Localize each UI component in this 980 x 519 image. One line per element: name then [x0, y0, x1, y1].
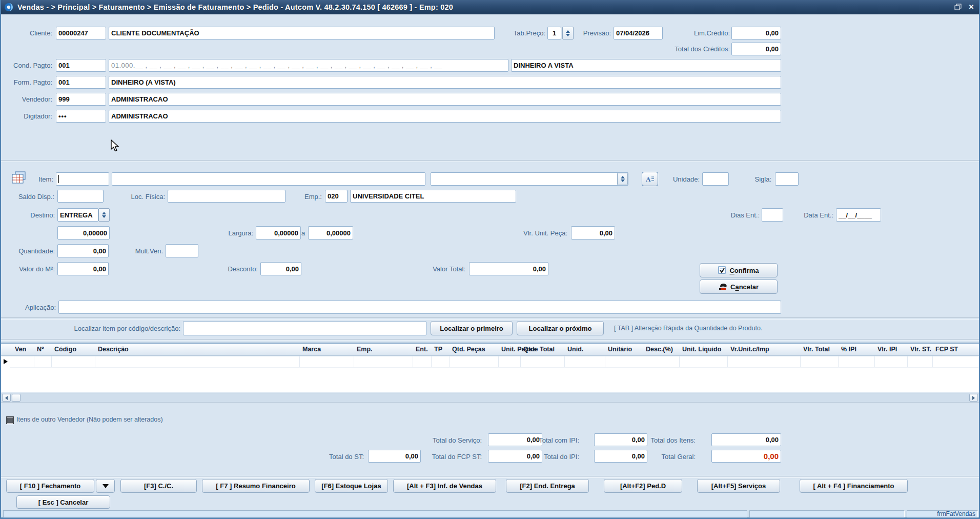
destino-combo[interactable]: ENTREGA: [57, 208, 98, 222]
column-header-2[interactable]: Nº: [37, 346, 44, 353]
column-header-7[interactable]: Ent.: [416, 346, 428, 353]
valor-m2-field[interactable]: 0,00: [57, 262, 109, 275]
localizar-primeiro-button[interactable]: Localizar o primeiro: [431, 321, 513, 335]
column-header-15[interactable]: Unit. Líquido: [682, 346, 721, 353]
total-creditos-label: Total dos Créditos:: [657, 45, 730, 53]
total-itens-field[interactable]: 0,00: [711, 433, 781, 446]
esc-cancelar-button[interactable]: [ Esc ] Cancelar: [16, 495, 110, 509]
quantidade-field[interactable]: 0,00: [57, 244, 109, 257]
column-header-11[interactable]: Qtde Total: [523, 346, 555, 353]
emp-name-field[interactable]: UNIVERSIDADE CITEL: [350, 190, 516, 203]
grid-column-line: [95, 356, 95, 367]
mult-ven-field[interactable]: [166, 244, 198, 257]
footer-button-4[interactable]: [F6] Estoque Lojas: [315, 479, 388, 493]
column-header-4[interactable]: Descrição: [98, 346, 129, 353]
data-ent-field[interactable]: __/__/____: [836, 208, 881, 222]
footer-button-3[interactable]: [ F7 ] Resumo Financeiro: [202, 479, 310, 493]
tab-preco-spinner[interactable]: [562, 27, 574, 39]
digitador-desc-field[interactable]: ADMINISTRACAO: [109, 110, 781, 123]
item-search-combo-spinner[interactable]: [617, 173, 628, 185]
cliente-name-field[interactable]: CLIENTE DOCUMENTAÇÃO: [109, 27, 495, 39]
loc-fisica-field[interactable]: [168, 190, 285, 203]
column-header-12[interactable]: Unid.: [567, 346, 583, 353]
items-grid-body[interactable]: [1, 356, 979, 392]
digitador-code-field[interactable]: •••: [56, 110, 106, 123]
cond-pagto-code-field[interactable]: 001: [56, 59, 106, 72]
footer-button-1[interactable]: [ F10 ] Fechamento: [6, 479, 94, 493]
grid-column-line: [413, 356, 413, 367]
item-text-info-button[interactable]: A: [642, 172, 658, 186]
largura-ate-field[interactable]: 0,00000: [308, 226, 353, 239]
grid-column-line: [800, 356, 801, 367]
footer-button-2[interactable]: [F3] C./C.: [120, 479, 197, 493]
scroll-thumb[interactable]: [12, 394, 21, 402]
total-ipi-field[interactable]: 0,00: [594, 450, 647, 463]
column-header-16[interactable]: Vr.Unit.c/Imp: [730, 346, 769, 353]
comprimento-field[interactable]: 0,00000: [57, 226, 110, 239]
largura-de-field[interactable]: 0,00000: [256, 226, 301, 239]
quantidade-label: Quantidade:: [6, 247, 55, 255]
cond-pagto-parcelas-field[interactable]: 01.000.__ , __ , __ , __ , __ , __ , __ …: [109, 59, 508, 72]
destino-combo-spinner[interactable]: [98, 208, 110, 222]
unidade-label: Unidade:: [665, 175, 700, 184]
item-search-combo[interactable]: [431, 172, 628, 186]
column-header-14[interactable]: Desc.(%): [646, 346, 673, 353]
scroll-right-button[interactable]: [969, 394, 978, 402]
item-code-field[interactable]: [56, 172, 109, 186]
form-pagto-desc-field[interactable]: DINHEIRO (A VISTA): [109, 76, 781, 89]
footer-button-5[interactable]: [Alt + F3] Inf. de Vendas: [393, 479, 496, 493]
saldo-disp-field[interactable]: [57, 190, 104, 203]
grid-horizontal-scrollbar[interactable]: [1, 393, 979, 403]
total-creditos-field[interactable]: 0,00: [731, 43, 781, 55]
emp-code-field[interactable]: 020: [325, 190, 348, 203]
restore-icon[interactable]: [953, 3, 963, 11]
column-header-8[interactable]: TP: [434, 346, 442, 353]
column-header-9[interactable]: Qtd. Peças: [452, 346, 485, 353]
cond-pagto-desc-field[interactable]: DINHEIRO A VISTA: [511, 59, 781, 72]
valor-m2-label: Valor do M²:: [6, 265, 55, 273]
aplicacao-field[interactable]: [58, 301, 781, 314]
localizar-proximo-button[interactable]: Localizar o próximo: [517, 321, 604, 335]
column-header-1[interactable]: Ven: [15, 346, 26, 353]
form-pagto-code-field[interactable]: 001: [56, 76, 106, 89]
column-header-18[interactable]: % IPI: [841, 346, 856, 353]
footer-button-6[interactable]: [F2] End. Entrega: [506, 479, 589, 493]
aplicacao-label: Aplicação:: [12, 303, 56, 312]
mult-ven-label: Mult.Ven.: [128, 247, 163, 255]
fechamento-dropdown-button[interactable]: [96, 479, 115, 493]
total-geral-field[interactable]: 0,00: [711, 450, 781, 463]
lim-credito-field[interactable]: 0,00: [731, 27, 781, 39]
vlr-unit-peca-field[interactable]: 0,00: [571, 226, 615, 239]
grid-column-line: [679, 356, 680, 367]
column-header-19[interactable]: Vlr. IPI: [877, 346, 897, 353]
svg-text:A: A: [646, 175, 651, 183]
total-st-field[interactable]: 0,00: [368, 450, 421, 463]
localizar-input[interactable]: [183, 321, 426, 335]
grid-column-line: [431, 356, 432, 367]
vendedor-desc-field[interactable]: ADMINISTRACAO: [109, 93, 781, 106]
item-desc-field[interactable]: [112, 172, 425, 186]
column-header-20[interactable]: Vlr. ST.: [910, 346, 931, 353]
column-header-13[interactable]: Unitário: [608, 346, 632, 353]
column-header-21[interactable]: FCP ST: [935, 346, 958, 353]
footer-button-7[interactable]: [Alt+F2] Ped.D: [604, 479, 682, 493]
valor-total-field[interactable]: 0,00: [469, 262, 548, 275]
sigla-field[interactable]: [775, 172, 799, 186]
vendedor-code-field[interactable]: 999: [56, 93, 106, 106]
footer-button-8[interactable]: [Alt+F5] Serviços: [697, 479, 780, 493]
scroll-left-button[interactable]: [2, 394, 11, 402]
cancelar-button[interactable]: Cancelar: [700, 280, 778, 294]
unidade-field[interactable]: [702, 172, 729, 186]
column-header-3[interactable]: Código: [54, 346, 76, 353]
confirma-button[interactable]: Confirma: [700, 263, 778, 277]
footer-button-9[interactable]: [ Alt + F4 ] Financiamento: [800, 479, 908, 493]
desconto-field[interactable]: 0,00: [260, 262, 301, 275]
column-header-5[interactable]: Marca: [302, 346, 321, 353]
cliente-code-field[interactable]: 00000247: [56, 27, 106, 39]
dias-ent-field[interactable]: [762, 208, 783, 222]
tab-preco-field[interactable]: 1: [547, 27, 561, 39]
previsao-field[interactable]: 07/04/2026: [614, 27, 663, 39]
close-icon[interactable]: ✕: [967, 3, 976, 11]
column-header-17[interactable]: Vlr. Total: [803, 346, 830, 353]
column-header-6[interactable]: Emp.: [357, 346, 373, 353]
